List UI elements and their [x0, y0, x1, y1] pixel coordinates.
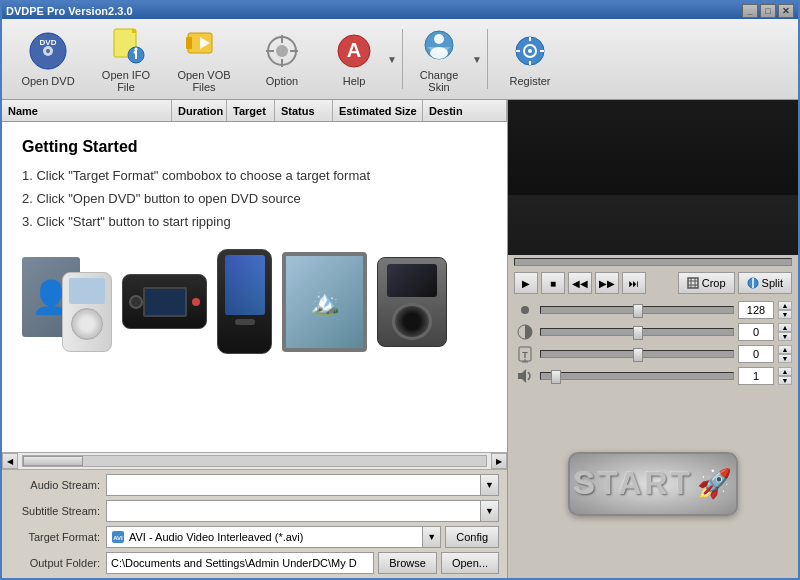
maximize-button[interactable]: □	[760, 4, 776, 18]
start-button-area: START 🚀	[508, 389, 798, 578]
seek-track[interactable]	[514, 258, 792, 266]
register-icon	[510, 31, 550, 71]
font-spinner[interactable]: ▲ ▼	[778, 345, 792, 363]
contrast-spinner[interactable]: ▲ ▼	[778, 323, 792, 341]
left-panel: Name Duration Target Status Estimated Si…	[2, 100, 508, 578]
close-button[interactable]: ✕	[778, 4, 794, 18]
brightness-down[interactable]: ▼	[778, 310, 792, 319]
change-skin-label: Change Skin	[412, 69, 466, 93]
end-button[interactable]: ⏭	[622, 272, 646, 294]
crop-icon	[687, 277, 699, 289]
open-vob-icon	[184, 25, 224, 65]
scrollbar-track[interactable]	[22, 455, 487, 467]
open-vob-button[interactable]: Open VOB Files	[166, 23, 242, 95]
option-button[interactable]: Option	[244, 23, 320, 95]
browse-button[interactable]: Browse	[378, 552, 437, 574]
scrollbar-thumb[interactable]	[23, 456, 83, 466]
volume-spinner[interactable]: ▲ ▼	[778, 367, 792, 385]
contrast-slider[interactable]	[540, 328, 734, 336]
horizontal-scrollbar[interactable]: ◀ ▶	[2, 452, 507, 470]
svg-point-22	[434, 34, 444, 44]
option-label: Option	[266, 75, 298, 87]
subtitle-stream-dropdown[interactable]: ▼	[481, 500, 499, 522]
brightness-spinner[interactable]: ▲ ▼	[778, 301, 792, 319]
open-vob-label: Open VOB Files	[171, 69, 237, 93]
rewind-button[interactable]: ◀◀	[568, 272, 592, 294]
contrast-up[interactable]: ▲	[778, 323, 792, 332]
col-status: Status	[275, 100, 333, 121]
start-button[interactable]: START 🚀	[568, 452, 738, 516]
volume-slider[interactable]	[540, 372, 734, 380]
app-window: DVDPE Pro Version2.3.0 _ □ ✕ DVD Open DV…	[0, 0, 800, 580]
font-up[interactable]: ▲	[778, 345, 792, 354]
col-destin: Destin	[423, 100, 507, 121]
video-gradient	[508, 195, 798, 255]
split-button[interactable]: Split	[738, 272, 792, 294]
svg-text:A: A	[347, 39, 361, 61]
svg-rect-10	[186, 37, 192, 49]
main-area: Name Duration Target Status Estimated Si…	[2, 100, 798, 578]
change-skin-icon	[419, 25, 459, 65]
step-3: 3. Click "Start" button to start ripping	[22, 214, 487, 229]
contrast-icon	[514, 323, 536, 341]
open-dvd-icon: DVD	[28, 31, 68, 71]
config-button[interactable]: Config	[445, 526, 499, 548]
svg-text:T: T	[522, 350, 528, 360]
audio-stream-label: Audio Stream:	[10, 479, 100, 491]
getting-started-title: Getting Started	[22, 138, 487, 156]
contrast-value: 0	[738, 323, 774, 341]
stop-button[interactable]: ■	[541, 272, 565, 294]
target-format-select-wrapper: AVI AVI - Audio Video Interleaved (*.avi…	[106, 526, 441, 548]
contrast-row: 0 ▲ ▼	[514, 323, 792, 341]
device-images: 👤	[22, 249, 487, 354]
crop-button[interactable]: Crop	[678, 272, 735, 294]
svg-rect-6	[132, 29, 136, 33]
title-bar: DVDPE Pro Version2.3.0 _ □ ✕	[2, 2, 798, 19]
play-button[interactable]: ▶	[514, 272, 538, 294]
font-down[interactable]: ▼	[778, 354, 792, 363]
toolbar-separator-1	[402, 29, 403, 89]
help-button[interactable]: A Help	[322, 23, 386, 95]
brightness-slider[interactable]	[540, 306, 734, 314]
register-button[interactable]: Register	[492, 23, 568, 95]
open-button[interactable]: Open...	[441, 552, 499, 574]
change-skin-group: Change Skin ▼	[407, 23, 483, 95]
audio-stream-dropdown[interactable]: ▼	[481, 474, 499, 496]
skin-dropdown-arrow[interactable]: ▼	[471, 23, 483, 95]
step-1: 1. Click "Target Format" combobox to cho…	[22, 168, 487, 183]
scroll-right-arrow[interactable]: ▶	[491, 453, 507, 469]
help-dropdown-arrow[interactable]: ▼	[386, 23, 398, 95]
volume-down[interactable]: ▼	[778, 376, 792, 385]
open-dvd-label: Open DVD	[21, 75, 74, 87]
open-dvd-button[interactable]: DVD Open DVD	[10, 23, 86, 95]
forward-button[interactable]: ▶▶	[595, 272, 619, 294]
volume-up[interactable]: ▲	[778, 367, 792, 376]
volume-icon	[514, 367, 536, 385]
getting-started-panel: Getting Started 1. Click "Target Format"…	[2, 122, 507, 452]
scroll-left-arrow[interactable]: ◀	[2, 453, 18, 469]
brightness-value: 128	[738, 301, 774, 319]
minimize-button[interactable]: _	[742, 4, 758, 18]
output-folder-label: Output Folder:	[10, 557, 100, 569]
start-rocket-icon: 🚀	[697, 467, 732, 500]
audio-stream-select[interactable]	[106, 474, 481, 496]
svg-text:DVD: DVD	[40, 38, 57, 47]
toolbar: DVD Open DVD Open IFO Fi	[2, 19, 798, 100]
output-path-display[interactable]: C:\Documents and Settings\Admin UnderDC\…	[106, 552, 374, 574]
target-format-dropdown[interactable]: ▼	[423, 526, 441, 548]
video-preview	[508, 100, 798, 255]
audio-stream-row: Audio Stream: ▼	[10, 474, 499, 496]
open-ifo-button[interactable]: Open IFO File	[88, 23, 164, 95]
target-format-select[interactable]: AVI AVI - Audio Video Interleaved (*.avi…	[106, 526, 423, 548]
contrast-down[interactable]: ▼	[778, 332, 792, 341]
help-icon: A	[334, 31, 374, 71]
change-skin-button[interactable]: Change Skin	[407, 23, 471, 95]
font-slider[interactable]	[540, 350, 734, 358]
output-folder-row: Output Folder: C:\Documents and Settings…	[10, 552, 499, 574]
brightness-up[interactable]: ▲	[778, 301, 792, 310]
ipod-device: 👤	[22, 252, 112, 352]
svg-marker-47	[518, 369, 526, 383]
col-name: Name	[2, 100, 172, 121]
svg-text:AVI: AVI	[113, 535, 123, 541]
subtitle-stream-select[interactable]	[106, 500, 481, 522]
